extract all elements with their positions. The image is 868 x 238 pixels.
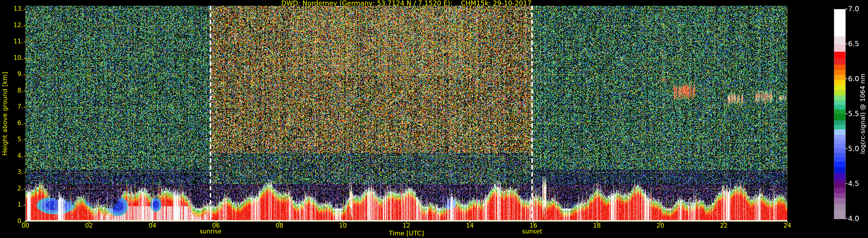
x-tick-mark bbox=[533, 222, 534, 223]
colorbar-label: 6.0 bbox=[848, 75, 859, 83]
y-tick-mark bbox=[24, 9, 25, 9]
colorbar-segment bbox=[834, 36, 845, 44]
colorbar-segment bbox=[834, 65, 845, 70]
y-tick-mark bbox=[24, 172, 25, 173]
y-tick-label: 8. bbox=[0, 87, 23, 94]
colorbar-segment bbox=[834, 9, 845, 36]
colorbar-segment bbox=[834, 167, 845, 173]
y-tick-mark bbox=[24, 205, 25, 205]
y-tick-label: 10. bbox=[0, 54, 23, 61]
colorbar-tick bbox=[845, 78, 847, 79]
figure: DWD: Norderney (Germany; 53.7124 N / 7.1… bbox=[0, 0, 868, 238]
y-tick-label: 3. bbox=[0, 168, 23, 175]
y-tick-label: 5. bbox=[0, 136, 23, 143]
y-tick-label: 1. bbox=[0, 201, 23, 208]
colorbar-label: 5.5 bbox=[848, 110, 859, 118]
sunset-annotation: sunset bbox=[512, 228, 553, 235]
colorbar-segment bbox=[834, 162, 845, 167]
y-tick-mark bbox=[24, 26, 25, 26]
heatmap-canvas bbox=[26, 6, 787, 222]
colorbar-label: 7.0 bbox=[848, 5, 859, 13]
y-tick-mark bbox=[24, 156, 25, 157]
colorbar-tick bbox=[845, 113, 847, 114]
y-tick-mark bbox=[24, 91, 25, 91]
colorbar-segment bbox=[834, 153, 845, 158]
colorbar-tick bbox=[845, 183, 847, 184]
y-tick-mark bbox=[24, 42, 25, 42]
colorbar-segment bbox=[834, 125, 845, 129]
colorbar-segment bbox=[834, 95, 845, 101]
x-tick-mark bbox=[787, 222, 787, 223]
colorbar-segment bbox=[834, 135, 845, 139]
y-tick-mark bbox=[24, 58, 25, 59]
colorbar-segment bbox=[834, 204, 845, 210]
y-tick-label: 11. bbox=[0, 38, 23, 45]
colorbar-segment bbox=[834, 188, 845, 193]
colorbar-segment bbox=[834, 121, 845, 125]
x-tick-mark bbox=[724, 222, 724, 223]
x-tick-mark bbox=[470, 222, 470, 223]
sunrise-annotation: sunrise bbox=[190, 228, 231, 235]
colorbar-segment bbox=[834, 148, 845, 153]
colorbar-segment bbox=[834, 139, 845, 144]
y-tick-label: 12. bbox=[0, 22, 23, 29]
colorbar-label: 4.5 bbox=[848, 180, 859, 188]
x-tick-mark bbox=[660, 222, 661, 223]
colorbar-segment bbox=[834, 44, 845, 52]
x-tick-mark bbox=[152, 222, 153, 223]
colorbar-segment bbox=[834, 173, 845, 178]
colorbar-segment bbox=[834, 114, 845, 121]
colorbar-segment bbox=[834, 52, 845, 59]
colorbar-segment bbox=[834, 105, 845, 109]
colorbar-segment bbox=[834, 109, 845, 114]
colorbar-segment bbox=[834, 193, 845, 198]
colorbar-label: 6.5 bbox=[848, 40, 859, 48]
colorbar-title: log(rc-signal) @ 1064 nm bbox=[858, 9, 867, 219]
colorbar-segment bbox=[834, 101, 845, 105]
x-tick-mark bbox=[343, 222, 343, 223]
y-tick-mark bbox=[24, 189, 25, 189]
x-tick-mark bbox=[597, 222, 597, 223]
colorbar-segment bbox=[834, 85, 845, 91]
colorbar-segment bbox=[834, 182, 845, 188]
colorbar bbox=[834, 9, 846, 219]
colorbar-label: 5.0 bbox=[848, 145, 859, 153]
y-tick-label: 13. bbox=[0, 5, 23, 12]
y-tick-label: 4. bbox=[0, 152, 23, 159]
x-axis-label: Time [UTC] bbox=[26, 230, 787, 237]
colorbar-tick bbox=[845, 218, 847, 219]
colorbar-tick bbox=[845, 44, 847, 44]
x-tick-mark bbox=[279, 222, 280, 223]
x-tick-mark bbox=[406, 222, 407, 223]
y-tick-label: 6. bbox=[0, 120, 23, 127]
colorbar-tick bbox=[845, 9, 847, 9]
colorbar-segment bbox=[834, 210, 845, 219]
x-tick-mark bbox=[216, 222, 216, 223]
colorbar-label: 4.0 bbox=[848, 215, 859, 223]
y-tick-mark bbox=[24, 139, 25, 140]
y-tick-label: 7. bbox=[0, 103, 23, 110]
colorbar-segment bbox=[834, 91, 845, 96]
colorbar-segment bbox=[834, 129, 845, 135]
y-tick-mark bbox=[24, 123, 25, 124]
colorbar-segment bbox=[834, 80, 845, 86]
y-tick-label: 9. bbox=[0, 70, 23, 77]
x-tick-mark bbox=[89, 222, 89, 223]
y-tick-mark bbox=[24, 107, 25, 107]
y-tick-mark bbox=[24, 74, 25, 75]
colorbar-segment bbox=[834, 144, 845, 148]
colorbar-tick bbox=[845, 148, 847, 149]
colorbar-segment bbox=[834, 70, 845, 75]
colorbar-segment bbox=[834, 75, 845, 80]
x-tick-mark bbox=[25, 222, 26, 223]
colorbar-segment bbox=[834, 158, 845, 162]
colorbar-segment bbox=[834, 178, 845, 183]
colorbar-segment bbox=[834, 59, 845, 65]
y-tick-label: 2. bbox=[0, 185, 23, 192]
colorbar-segment bbox=[834, 198, 845, 204]
